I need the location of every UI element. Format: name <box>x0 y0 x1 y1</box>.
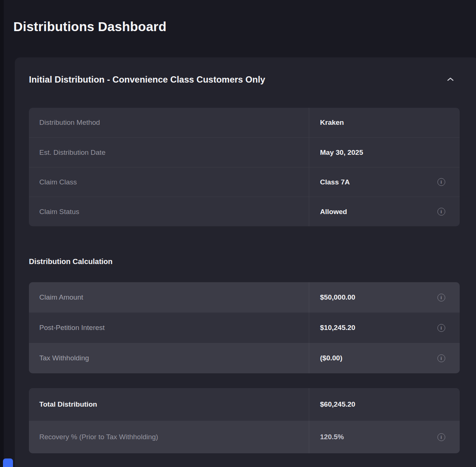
recovery-percent-info-button[interactable]: i <box>437 433 446 441</box>
page: Distributions Dashboard Initial Distribu… <box>0 0 476 467</box>
table-row: Claim Class Class 7A i <box>29 167 460 197</box>
table-row: Total Distribution $60,245.20 <box>29 388 460 421</box>
table-row: Claim Amount $50,000.00 i <box>29 282 460 313</box>
info-icon: i <box>437 433 445 441</box>
table-row: Post-Petition Interest $10,245.20 i <box>29 313 460 343</box>
row-value: Class 7A <box>320 178 350 186</box>
row-value-cell: Kraken <box>309 108 460 137</box>
row-label: Est. Distribution Date <box>29 138 309 167</box>
claim-class-info-button[interactable]: i <box>437 178 446 187</box>
page-title: Distributions Dashboard <box>13 19 166 34</box>
info-icon: i <box>437 178 445 186</box>
left-edge-strip <box>0 0 4 467</box>
table-row: Est. Distribution Date May 30, 2025 <box>29 137 460 167</box>
distribution-details-table: Distribution Method Kraken Est. Distribu… <box>29 108 460 226</box>
row-value-cell: Class 7A i <box>309 167 460 197</box>
row-value-cell: Allowed i <box>309 197 460 226</box>
info-icon: i <box>437 208 445 216</box>
row-label: Claim Status <box>29 197 309 226</box>
panel-header-title: Initial Distribution - Convenience Class… <box>29 74 265 85</box>
panel-header: Initial Distribution - Convenience Class… <box>29 74 460 85</box>
row-value: May 30, 2025 <box>320 149 363 157</box>
table-row: Distribution Method Kraken <box>29 108 460 137</box>
row-value-cell: May 30, 2025 <box>309 138 460 167</box>
row-label: Recovery % (Prior to Tax Withholding) <box>29 421 309 453</box>
chat-widget-button[interactable] <box>3 458 13 467</box>
row-label: Claim Class <box>29 167 309 197</box>
claim-amount-info-button[interactable]: i <box>437 293 446 302</box>
claim-status-info-button[interactable]: i <box>437 207 446 216</box>
row-label: Tax Withholding <box>29 343 309 373</box>
row-value: 120.5% <box>320 433 344 441</box>
info-icon: i <box>437 354 445 362</box>
row-label: Post-Petition Interest <box>29 313 309 343</box>
row-value: Allowed <box>320 208 347 216</box>
row-value-cell: $60,245.20 <box>309 388 460 421</box>
distribution-panel: Initial Distribution - Convenience Class… <box>15 57 476 467</box>
row-value: $60,245.20 <box>320 400 355 408</box>
chevron-up-icon <box>447 77 454 83</box>
table-row: Tax Withholding ($0.00) i <box>29 343 460 373</box>
post-petition-interest-info-button[interactable]: i <box>437 323 446 332</box>
section-heading-distribution-calculation: Distribution Calculation <box>29 257 460 266</box>
table-row: Recovery % (Prior to Tax Withholding) 12… <box>29 421 460 453</box>
tax-withholding-info-button[interactable]: i <box>437 354 446 363</box>
row-value: $10,245.20 <box>320 324 355 332</box>
row-value: Kraken <box>320 119 344 127</box>
row-value-cell: ($0.00) i <box>309 343 460 373</box>
row-value: $50,000.00 <box>320 293 355 301</box>
row-value-cell: 120.5% i <box>309 421 460 453</box>
row-value: ($0.00) <box>320 354 342 362</box>
distribution-totals-table: Total Distribution $60,245.20 Recovery %… <box>29 388 460 453</box>
table-row: Claim Status Allowed i <box>29 197 460 226</box>
row-value-cell: $50,000.00 i <box>309 282 460 313</box>
row-label: Total Distribution <box>29 388 309 421</box>
row-label: Claim Amount <box>29 282 309 313</box>
row-label: Distribution Method <box>29 108 309 137</box>
info-icon: i <box>437 324 445 332</box>
info-icon: i <box>437 294 445 301</box>
row-value-cell: $10,245.20 i <box>309 313 460 343</box>
collapse-panel-button[interactable] <box>445 75 456 85</box>
distribution-calculation-table: Claim Amount $50,000.00 i Post-Petition … <box>29 282 460 373</box>
